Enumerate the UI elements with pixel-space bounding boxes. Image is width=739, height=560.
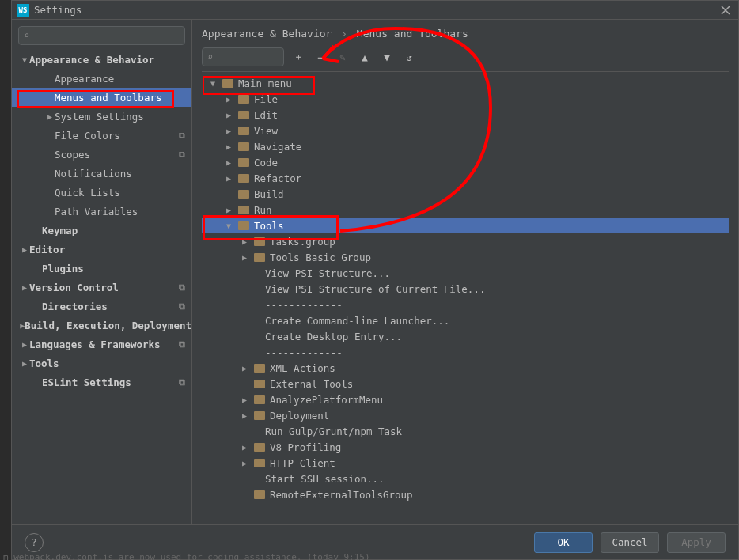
tree-item[interactable]: -------------: [202, 344, 729, 360]
sidebar-item[interactable]: ESLint Settings⧉: [12, 373, 191, 392]
arrow-icon: ▶: [240, 411, 249, 420]
tree-item[interactable]: ▶Refactor: [202, 170, 729, 186]
sidebar-item[interactable]: Plugins: [12, 259, 191, 278]
sidebar-item[interactable]: Quick Lists: [12, 183, 191, 202]
tree-item[interactable]: ▶View: [202, 123, 729, 138]
tree-item[interactable]: ▶Edit: [202, 107, 729, 123]
status-bar: m webpack.dev.conf.js are now used for c…: [0, 552, 739, 560]
content-panel: Appearance & Behavior › Menus and Toolba…: [192, 20, 738, 524]
tree-item[interactable]: ▼Main menu: [202, 75, 729, 91]
tree-item[interactable]: -------------: [202, 297, 729, 312]
cancel-button[interactable]: Cancel: [601, 532, 659, 553]
tree-item-label: Create Command-line Launcher...: [265, 315, 449, 327]
tree-item[interactable]: Start SSH session...: [202, 471, 729, 486]
sidebar-item[interactable]: Scopes⧉: [12, 145, 191, 164]
tree-item[interactable]: Run Gulp/Grunt/npm Task: [202, 423, 729, 439]
breadcrumb-root: Appearance & Behavior: [202, 28, 332, 40]
sidebar-item-label: Tools: [29, 358, 59, 369]
arrow-icon: ▶: [240, 459, 249, 467]
search-icon: ⌕: [207, 51, 213, 62]
tree-item[interactable]: ▶Deployment: [202, 407, 729, 423]
tree-item[interactable]: View PSI Structure...: [202, 265, 729, 281]
move-down-icon[interactable]: ▼: [379, 49, 395, 65]
tree-item[interactable]: ▶Navigate: [202, 138, 729, 154]
tree-item[interactable]: ▶XML Actions: [202, 360, 729, 376]
titlebar: WS Settings: [12, 1, 738, 20]
sidebar-item[interactable]: ▶Version Control⧉: [12, 278, 191, 297]
sidebar-item-label: Scopes: [55, 149, 90, 161]
folder-icon: [254, 364, 265, 373]
help-icon[interactable]: ?: [25, 533, 44, 552]
tree-item[interactable]: ▶Code: [202, 154, 729, 170]
sidebar-item[interactable]: ▶System Settings: [12, 107, 191, 126]
tree-item[interactable]: ▶Tools Basic Group: [202, 249, 729, 265]
tree-item[interactable]: Create Command-line Launcher...: [202, 312, 729, 328]
tree-item-label: File: [254, 93, 278, 105]
tree-item-label: V8 Profiling: [270, 441, 341, 453]
folder-icon: [254, 395, 265, 404]
tree-item[interactable]: Create Desktop Entry...: [202, 328, 729, 344]
tree-item-label: Edit: [254, 109, 278, 121]
folder-icon: [238, 158, 249, 167]
restore-icon[interactable]: ↺: [401, 49, 417, 65]
arrow-icon: ▶: [20, 340, 29, 349]
sidebar-item[interactable]: ▼Appearance & Behavior: [12, 50, 191, 69]
folder-icon: [238, 206, 249, 214]
tree-item[interactable]: ▶Tasks.group: [202, 233, 729, 249]
tree-item[interactable]: ▶V8 Profiling: [202, 439, 729, 455]
arrow-icon: ▼: [224, 221, 233, 230]
tree-item[interactable]: ▶File: [202, 91, 729, 107]
tree-item[interactable]: ▼Tools: [202, 218, 729, 233]
sidebar-item[interactable]: ▶Languages & Frameworks⧉: [12, 335, 191, 354]
edit-icon[interactable]: ✎: [335, 49, 351, 65]
sidebar-item[interactable]: Notifications: [12, 164, 191, 183]
move-up-icon[interactable]: ▲: [357, 49, 373, 65]
arrow-icon: [224, 190, 233, 199]
arrow-icon: [240, 269, 249, 278]
sidebar-item[interactable]: Path Variables: [12, 202, 191, 221]
tree-item[interactable]: External Tools: [202, 376, 729, 392]
sidebar-item[interactable]: ▶Build, Execution, Deployment: [12, 316, 191, 335]
sidebar-item[interactable]: File Colors⧉: [12, 126, 191, 145]
arrow-icon: ▶: [240, 253, 249, 262]
sidebar-item[interactable]: ▶Editor: [12, 240, 191, 259]
arrow-icon: ▶: [224, 127, 233, 135]
sidebar-item-label: Path Variables: [55, 206, 138, 218]
sidebar-search-input[interactable]: ⌕: [18, 26, 185, 45]
apply-button[interactable]: Apply: [667, 532, 726, 553]
sidebar-item-label: Notifications: [55, 168, 132, 180]
project-badge-icon: ⧉: [179, 339, 185, 350]
sidebar-item-label: Languages & Frameworks: [29, 339, 161, 350]
breadcrumb-leaf: Menus and Toolbars: [357, 28, 468, 40]
tree-item[interactable]: ▶Run: [202, 202, 729, 218]
sidebar-item-label: Version Control: [29, 282, 119, 293]
remove-button[interactable]: −: [313, 49, 328, 65]
sidebar-item[interactable]: Menus and Toolbars: [12, 88, 191, 107]
sidebar-item[interactable]: Directories⧉: [12, 297, 191, 316]
close-icon[interactable]: [718, 2, 733, 18]
tree-item[interactable]: View PSI Structure of Current File...: [202, 281, 729, 297]
tree-item[interactable]: ▶HTTP Client: [202, 455, 729, 471]
arrow-icon: ▼: [208, 79, 218, 88]
folder-icon: [254, 459, 265, 467]
sidebar-item-label: Appearance: [55, 73, 114, 85]
tree-item-label: Navigate: [254, 141, 301, 153]
tree-item-label: View PSI Structure of Current File...: [265, 283, 485, 295]
tree-item-label: HTTP Client: [270, 457, 335, 469]
ok-button[interactable]: OK: [534, 532, 593, 553]
tree-item-label: View PSI Structure...: [265, 267, 390, 279]
sidebar-item-label: Editor: [29, 244, 65, 255]
sidebar-item[interactable]: ▶Tools: [12, 354, 191, 373]
arrow-icon: ▶: [240, 443, 249, 452]
tree-item[interactable]: Build: [202, 186, 729, 202]
tree-item-label: Build: [254, 188, 284, 200]
sidebar-item[interactable]: Appearance: [12, 69, 191, 88]
sidebar-item-label: System Settings: [55, 111, 144, 123]
toolbar-search-input[interactable]: ⌕: [202, 47, 284, 66]
sidebar-item-label: Appearance & Behavior: [29, 54, 154, 66]
tree-item[interactable]: ▶AnalyzePlatformMenu: [202, 392, 729, 407]
add-button[interactable]: ＋: [290, 49, 306, 65]
sidebar-item[interactable]: Keymap: [12, 221, 191, 240]
tree-item[interactable]: RemoteExternalToolsGroup: [202, 486, 729, 502]
folder-icon: [254, 411, 265, 420]
